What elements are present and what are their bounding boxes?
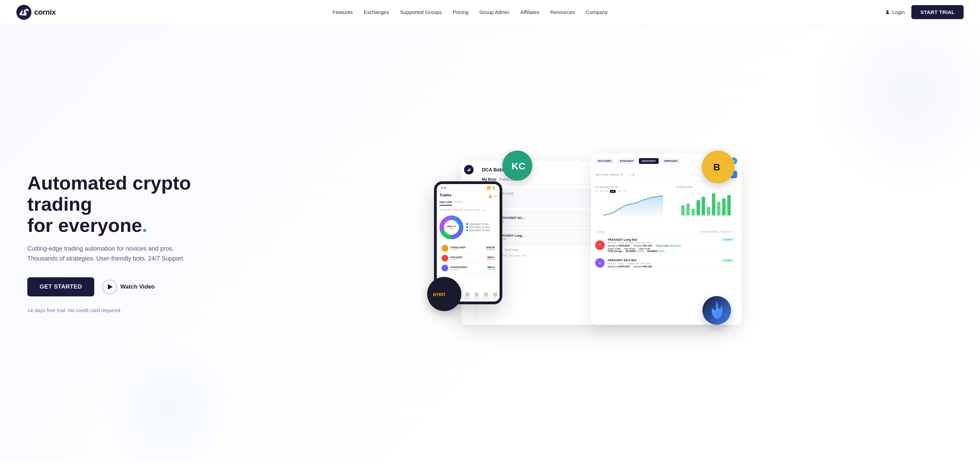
line-chart-svg: Nov 27 Dec 4 Nov 1 Nov 15 Dec 5 [595,194,671,218]
svg-rect-15 [686,203,690,215]
svg-rect-16 [692,209,695,215]
start-trial-button[interactable]: START TRIAL [912,5,964,19]
phone-bot-item: SANTOS/USDT ● 22.8% $601.9 +22.8% [439,263,497,273]
market-pair-btcusdt[interactable]: BTC/USDT [595,158,614,164]
phone-nav-trades[interactable]: Trades [482,292,488,299]
phone-donut-area: $9661.02 Total TRX/USDT 27.9% [439,213,497,242]
svg-rect-21 [717,202,721,215]
bar-chart: Profit By Day [671,185,737,219]
binance-logo: B [702,151,735,183]
bot-table-row: A APE/USDT DCA Bot ● Active ··· Binance … [595,256,737,271]
svg-text:BYBIT: BYBIT [433,292,445,297]
svg-rect-14 [681,205,685,215]
phone-tab-open: Open (22) [439,200,452,205]
watch-video-button[interactable]: Watch Video [102,280,155,294]
hero-title: Automated crypto trading for everyone. [27,172,198,235]
bg-blob-2 [102,342,239,461]
get-started-button[interactable]: GET STARTED [27,277,94,296]
nav-link-resources[interactable]: Resources [550,9,575,15]
logo-small-icon [466,167,471,172]
stat-closed-label: Closed Trades [486,192,595,196]
svg-rect-20 [712,193,715,215]
user-icon [885,10,890,15]
svg-rect-23 [727,195,731,215]
nav-link-exchanges[interactable]: Exchanges [364,9,389,15]
bybit-logo: BYBIT [427,277,461,311]
navigation: cornix Features Exchanges Supported Grou… [0,0,980,25]
svg-rect-17 [697,200,700,215]
market-pair-xrpusdt[interactable]: XRP/USDT [662,158,681,164]
phone-nav-bots[interactable]: Bots [475,292,479,299]
cornix-bird-icon [16,5,32,20]
bar-chart-svg: Nov 27 Nov 15 Dec 5 [676,190,737,217]
phone-header: Trades [439,193,452,197]
svg-rect-22 [722,199,725,215]
hero-subtitle: Cutting-edge trading automation for novi… [27,244,198,264]
market-pair-ethusdt[interactable]: ETH/USDT [617,158,636,164]
play-triangle-icon [108,284,113,289]
stat-closed-value: 2471 [486,197,595,204]
phone-bot-item: VOXEL/USDT ● 0.9% $780.65 -$475.74 [439,243,497,253]
svg-text:KC: KC [512,161,525,172]
phone-bot-item: KNC/USDT ● 0.9% $630.1 -$355.76 [439,253,497,263]
hero-actions: GET STARTED Watch Video [27,277,198,296]
brand-name: cornix [34,8,56,17]
phone-nav-more[interactable]: More [493,292,498,299]
phone-nav-marketplace[interactable]: Market [465,292,471,299]
line-chart: Accumulated Profit 1d2d1w 1m 3m1y [595,185,671,225]
play-icon [102,280,117,294]
phone-legend: TRX/USDT 27.9% FTT/USDT 21.73% ADA/USDT … [466,223,497,232]
hero-left: Automated crypto trading for everyone. C… [27,172,198,313]
market-pair-adausdt[interactable]: ADA/USDT [639,158,658,164]
dashboard-mockup: KC 9:41 📶 🔋 Trades 🔔 ⊞ [434,154,728,332]
chart-area: Accumulated Profit 1d2d1w 1m 3m1y [591,181,741,229]
phone-status-bar: 9:41 📶 🔋 [437,184,500,190]
phone-donut-chart: $9661.02 Total [439,215,463,239]
kucoin-logo: KC [502,151,532,181]
svg-point-1 [25,9,27,10]
trial-note: 14 days free trial. No credit card requi… [27,307,198,313]
hero-section: Automated crypto trading for everyone. C… [0,25,980,461]
brand-logo[interactable]: cornix [16,5,56,20]
bot-table-row: T TRX/USDT Long Bot ● Active ··· Binance… [595,235,737,256]
bot-icon-ape: A [595,258,605,268]
blue-flame-logo [702,296,731,325]
nav-link-group-admin[interactable]: Group Admin [479,9,509,15]
hero-right: KC 9:41 📶 🔋 Trades 🔔 ⊞ [198,140,964,345]
nav-link-supported-groups[interactable]: Supported Groups [400,9,442,15]
login-button[interactable]: Login [885,9,905,15]
phone-bot-list: VOXEL/USDT ● 0.9% $780.65 -$475.74 [439,243,497,273]
right-panel-bot-table: ↕ Symbol Amount (Full/Bal) Progress ▼ ⋮ … [591,229,741,271]
nav-link-pricing[interactable]: Pricing [453,9,468,15]
phone-tab-closed: Closed [454,200,463,205]
svg-rect-19 [707,207,710,215]
svg-text:B: B [713,162,720,172]
nav-link-features[interactable]: Features [332,9,353,15]
accent-dot: . [142,215,148,236]
svg-rect-18 [702,197,705,215]
phone-tabs: Open (22) Closed [439,200,497,206]
nav-links: Features Exchanges Supported Groups Pric… [332,9,608,15]
nav-right: Login START TRIAL [885,5,964,19]
nav-link-affiliates[interactable]: Affiliates [520,9,539,15]
nav-link-company[interactable]: Company [586,9,608,15]
dashboard-title: DCA Bots [482,167,504,172]
bot-icon-trx: T [595,240,605,250]
phone-content: Trades 🔔 ⊞ Open (22) Closed ⊞ Only Hot T… [437,190,500,276]
